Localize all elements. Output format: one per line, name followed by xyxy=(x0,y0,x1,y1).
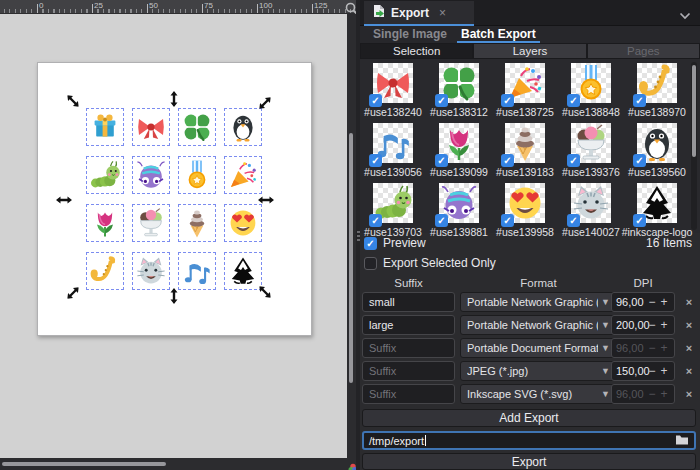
item-checkbox[interactable]: ✓ xyxy=(567,154,580,167)
suffix-input[interactable]: small xyxy=(362,292,455,312)
item-checkbox[interactable]: ✓ xyxy=(369,94,382,107)
canvas-object-clover[interactable] xyxy=(178,108,216,146)
item-thumbnail-medal[interactable]: ✓ xyxy=(571,63,611,103)
dpi-value[interactable]: 150,00 xyxy=(612,365,646,377)
canvas-object-gift[interactable] xyxy=(86,108,124,146)
item-thumbnail-bug[interactable]: ✓ xyxy=(439,183,479,223)
item-thumbnail-clover[interactable]: ✓ xyxy=(439,63,479,103)
format-select[interactable]: Portable Network Graphic (*.png)▼ xyxy=(460,315,617,335)
page[interactable] xyxy=(37,62,312,336)
preview-checkbox[interactable]: ✓ xyxy=(364,237,377,250)
item-thumbnail-party-popper[interactable]: ✓ xyxy=(505,63,545,103)
dpi-spinbox[interactable]: 96,00−+ xyxy=(611,292,675,312)
scale-handle[interactable] xyxy=(65,93,82,110)
format-select[interactable]: Inkscape SVG (*.svg)▼ xyxy=(460,384,617,404)
segment-layers[interactable]: Layers xyxy=(473,43,586,59)
add-export-button[interactable]: Add Export xyxy=(362,409,696,427)
item-thumbnail-penguin[interactable]: ✓ xyxy=(637,123,677,163)
scale-handle[interactable] xyxy=(257,284,274,301)
dpi-spinbox[interactable]: 200,00−+ xyxy=(611,315,675,335)
item-checkbox[interactable]: ✓ xyxy=(369,214,382,227)
item-checkbox[interactable]: ✓ xyxy=(435,214,448,227)
scale-handle[interactable] xyxy=(258,196,274,204)
export-button[interactable]: Export xyxy=(362,453,696,470)
scale-handle[interactable] xyxy=(170,288,178,304)
export-dialog-tab[interactable]: Export × xyxy=(364,1,474,26)
format-select[interactable]: JPEG (*.jpg)▼ xyxy=(460,361,617,381)
dpi-value[interactable]: 200,00 xyxy=(612,319,646,331)
item-checkbox[interactable]: ✓ xyxy=(633,94,646,107)
dpi-decrease-button[interactable]: − xyxy=(646,295,658,309)
item-checkbox[interactable]: ✓ xyxy=(567,214,580,227)
canvas-object-soft-ice-cream[interactable] xyxy=(178,204,216,242)
canvas-object-cat[interactable] xyxy=(132,252,170,290)
suffix-input[interactable]: Suffix xyxy=(362,338,455,358)
dpi-increase-button[interactable]: + xyxy=(658,364,670,378)
canvas-area[interactable]: 0255075100125 xyxy=(0,0,360,470)
item-thumbnail-caterpillar[interactable]: ✓ xyxy=(373,183,413,223)
item-thumbnail-soft-ice-cream[interactable]: ✓ xyxy=(505,123,545,163)
remove-export-row-button[interactable]: × xyxy=(682,341,696,355)
dpi-value[interactable]: 96,00 xyxy=(612,296,646,308)
item-checkbox[interactable]: ✓ xyxy=(435,94,448,107)
scale-handle[interactable] xyxy=(56,196,72,204)
canvas-object-party-popper[interactable] xyxy=(224,156,262,194)
item-checkbox[interactable]: ✓ xyxy=(501,154,514,167)
canvas-object-medal[interactable] xyxy=(178,156,216,194)
tab-batch-export[interactable]: Batch Export xyxy=(457,26,540,43)
segment-selection[interactable]: Selection xyxy=(360,43,473,59)
item-thumbnail-cat[interactable]: ✓ xyxy=(571,183,611,223)
items-scrollbar-thumb[interactable] xyxy=(692,65,696,157)
remove-export-row-button[interactable]: × xyxy=(682,364,696,378)
canvas-object-saxophone[interactable] xyxy=(86,252,124,290)
suffix-input[interactable]: large xyxy=(362,315,455,335)
item-thumbnail-saxophone[interactable]: ✓ xyxy=(637,63,677,103)
canvas-object-tulip[interactable] xyxy=(86,204,124,242)
canvas-object-inkscape-logo[interactable] xyxy=(224,252,262,290)
item-thumbnail-tulip[interactable]: ✓ xyxy=(439,123,479,163)
scale-handle[interactable] xyxy=(170,91,178,107)
item-thumbnail-music-notes[interactable]: ✓ xyxy=(373,123,413,163)
horizontal-scrollbar-thumb[interactable] xyxy=(2,462,166,466)
vertical-scrollbar-thumb[interactable] xyxy=(349,133,353,383)
canvas-object-bow[interactable] xyxy=(132,108,170,146)
item-thumbnail-bow[interactable]: ✓ xyxy=(373,63,413,103)
export-selected-only-checkbox[interactable] xyxy=(364,257,377,270)
canvas-horizontal-scrollbar[interactable] xyxy=(0,458,360,470)
item-checkbox[interactable]: ✓ xyxy=(501,214,514,227)
item-checkbox[interactable]: ✓ xyxy=(633,214,646,227)
items-scrollbar[interactable] xyxy=(691,62,697,230)
close-icon[interactable]: × xyxy=(439,6,446,20)
canvas-object-caterpillar[interactable] xyxy=(86,156,124,194)
canvas-object-music-notes[interactable] xyxy=(178,252,216,290)
item-checkbox[interactable]: ✓ xyxy=(369,154,382,167)
dpi-increase-button[interactable]: + xyxy=(658,295,670,309)
chevron-down-icon[interactable] xyxy=(679,9,691,23)
remove-export-row-button[interactable]: × xyxy=(682,295,696,309)
item-checkbox[interactable]: ✓ xyxy=(435,154,448,167)
format-select[interactable]: Portable Network Graphic (*.png)▼ xyxy=(460,292,617,312)
canvas-object-sundae[interactable] xyxy=(132,204,170,242)
suffix-input[interactable]: Suffix xyxy=(362,384,455,404)
canvas-object-bug[interactable] xyxy=(132,156,170,194)
item-thumbnail-sundae[interactable]: ✓ xyxy=(571,123,611,163)
scale-handle[interactable] xyxy=(65,285,82,302)
dpi-decrease-button[interactable]: − xyxy=(646,364,658,378)
dpi-decrease-button[interactable]: − xyxy=(646,318,658,332)
canvas-object-heart-eyes[interactable] xyxy=(224,204,262,242)
canvas-object-penguin[interactable] xyxy=(224,108,262,146)
scale-handle[interactable] xyxy=(257,95,274,112)
suffix-input[interactable]: Suffix xyxy=(362,361,455,381)
item-checkbox[interactable]: ✓ xyxy=(501,94,514,107)
tab-single-image[interactable]: Single Image xyxy=(369,26,451,43)
dpi-spinbox[interactable]: 150,00−+ xyxy=(611,361,675,381)
item-thumbnail-heart-eyes[interactable]: ✓ xyxy=(505,183,545,223)
export-path-input[interactable]: /tmp/export xyxy=(362,431,696,450)
item-checkbox[interactable]: ✓ xyxy=(633,154,646,167)
format-select[interactable]: Portable Document Format (*.pdf)▼ xyxy=(460,338,617,358)
remove-export-row-button[interactable]: × xyxy=(682,387,696,401)
dpi-increase-button[interactable]: + xyxy=(658,318,670,332)
folder-icon[interactable] xyxy=(675,434,689,448)
remove-export-row-button[interactable]: × xyxy=(682,318,696,332)
item-thumbnail-inkscape-logo[interactable]: ✓ xyxy=(637,183,677,223)
